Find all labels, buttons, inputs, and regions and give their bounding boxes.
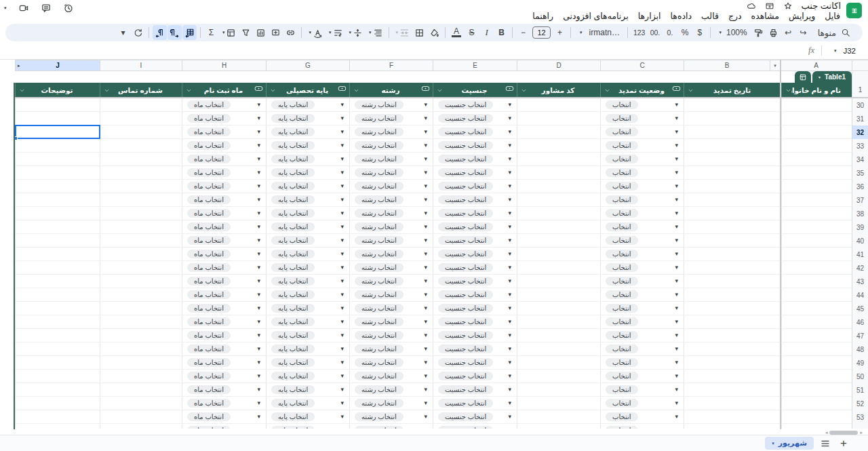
dropdown-chip[interactable]: انتخاب ماه (187, 114, 231, 123)
dropdown-chip[interactable]: انتخاب ماه (187, 141, 231, 150)
cell-F52[interactable]: انتخاب رشته▾ (349, 397, 433, 410)
cell-I43[interactable] (100, 275, 182, 288)
dropdown-chip[interactable]: انتخاب جنسیت (438, 358, 493, 367)
dropdown-caret-icon[interactable]: ▾ (675, 156, 678, 162)
cell-B47[interactable] (684, 329, 781, 342)
cell-F45[interactable]: انتخاب رشته▾ (349, 302, 433, 315)
menu-item-5[interactable]: داده‌ها (665, 10, 696, 22)
cell-E36[interactable]: انتخاب جنسیت▾ (433, 180, 517, 193)
dropdown-chip[interactable]: انتخاب جنسیت (438, 100, 493, 109)
frozen-column-divider[interactable] (780, 60, 781, 429)
dropdown-chip[interactable]: انتخاب رشته (355, 195, 403, 204)
header-menu-caret-icon[interactable] (521, 84, 527, 96)
dropdown-caret-icon[interactable]: ▾ (508, 102, 511, 108)
cell-D50[interactable] (517, 370, 600, 383)
cell-F33[interactable]: انتخاب رشته▾ (349, 139, 433, 153)
dropdown-chip[interactable]: انتخاب ماه (187, 168, 231, 177)
dropdown-caret-icon[interactable]: ▾ (257, 359, 260, 366)
dropdown-caret-icon[interactable]: ▾ (424, 400, 427, 406)
cell-I37[interactable] (100, 193, 182, 207)
dropdown-caret-icon[interactable]: ▾ (675, 224, 678, 230)
dropdown-chip[interactable]: انتخاب (606, 168, 638, 177)
dropdown-chip[interactable]: انتخاب ماه (187, 222, 231, 231)
insert-link-button[interactable] (283, 25, 298, 40)
font-size-input[interactable]: 12 (532, 26, 551, 39)
dropdown-chip[interactable]: انتخاب (606, 385, 638, 394)
dropdown-caret-icon[interactable]: ▾ (508, 400, 511, 406)
cell-J53[interactable] (15, 410, 100, 424)
cell-C34[interactable]: انتخاب▾ (600, 153, 684, 166)
dropdown-caret-icon[interactable]: ▾ (675, 264, 678, 271)
cell-B37[interactable] (684, 193, 781, 207)
row-number-40[interactable]: 40 (852, 234, 868, 248)
cell-G44[interactable]: انتخاب پایه▾ (266, 288, 349, 302)
cell-D36[interactable] (517, 180, 600, 193)
cell-F38[interactable]: انتخاب رشته▾ (349, 207, 433, 220)
cell-G40[interactable]: انتخاب پایه▾ (266, 234, 349, 248)
dropdown-chip[interactable]: انتخاب جنسیت (438, 277, 493, 286)
cell-J49[interactable] (15, 356, 100, 370)
dropdown-chip[interactable]: انتخاب جنسیت (438, 236, 493, 245)
dropdown-caret-icon[interactable]: ▾ (257, 102, 260, 108)
cell-I30[interactable] (100, 98, 182, 112)
cell-J36[interactable] (15, 180, 100, 193)
cell-C36[interactable]: انتخاب▾ (600, 180, 684, 193)
dropdown-chip[interactable]: انتخاب پایه (271, 304, 315, 313)
cell-J37[interactable] (15, 193, 100, 207)
star-icon[interactable] (783, 1, 793, 11)
cell-A47[interactable] (781, 329, 852, 342)
dropdown-caret-icon[interactable]: ▾ (424, 387, 427, 393)
cell-E49[interactable]: انتخاب جنسیت▾ (433, 356, 517, 370)
dropdown-caret-icon[interactable]: ▾ (340, 414, 344, 420)
cell-C52[interactable]: انتخاب▾ (600, 397, 684, 410)
dropdown-chip[interactable]: انتخاب جنسیت (438, 222, 493, 231)
column-header-D[interactable]: D (517, 60, 600, 71)
header-menu-caret-icon[interactable] (785, 84, 791, 96)
cell-D39[interactable] (517, 220, 600, 234)
dropdown-chip[interactable]: انتخاب رشته (355, 141, 403, 150)
cell-E45[interactable]: انتخاب جنسیت▾ (433, 302, 517, 315)
dropdown-caret-icon[interactable]: ▾ (257, 292, 260, 298)
cell-A41[interactable] (781, 248, 852, 261)
row-number-43[interactable]: 43 (852, 275, 868, 288)
dropdown-chip[interactable]: انتخاب جنسیت (438, 263, 493, 272)
cell-C48[interactable]: انتخاب▾ (600, 342, 684, 356)
cell-G34[interactable]: انتخاب پایه▾ (266, 153, 349, 166)
row-number-1[interactable]: 1 (852, 83, 868, 97)
cell-B46[interactable] (684, 315, 781, 329)
cell-B[interactable] (684, 424, 781, 429)
cell-J51[interactable] (15, 383, 100, 397)
dropdown-caret-icon[interactable]: ▾ (340, 142, 344, 149)
dropdown-chip[interactable]: انتخاب پایه (271, 331, 315, 340)
comments-icon[interactable] (41, 3, 52, 14)
dropdown-chip[interactable]: انتخاب ماه (187, 345, 231, 353)
cell-A32[interactable] (781, 125, 852, 139)
cell-E48[interactable]: انتخاب جنسیت▾ (433, 342, 517, 356)
dropdown-chip[interactable]: انتخاب رشته (355, 277, 403, 286)
row-number-34[interactable]: 34 (852, 153, 868, 166)
cell-E53[interactable]: انتخاب جنسیت▾ (433, 410, 517, 424)
dropdown-caret-icon[interactable]: ▾ (675, 210, 678, 216)
dropdown-caret-icon[interactable]: ▾ (424, 237, 427, 243)
percent-format-button[interactable]: % (677, 25, 692, 40)
dropdown-chip[interactable]: انتخاب ماه (187, 209, 231, 218)
cell-F42[interactable]: انتخاب رشته▾ (349, 261, 433, 275)
dropdown-caret-icon[interactable]: ▾ (508, 129, 511, 135)
dropdown-caret-icon[interactable]: ▾ (340, 197, 344, 203)
cell-D[interactable] (517, 424, 600, 429)
dropdown-caret-icon[interactable]: ▾ (675, 305, 678, 311)
dropdown-caret-icon[interactable]: ▾ (508, 156, 511, 162)
row-number-42[interactable]: 42 (852, 261, 868, 275)
cell-H36[interactable]: انتخاب ماه▾ (182, 180, 266, 193)
cell-A53[interactable] (781, 410, 852, 424)
cell-I38[interactable] (100, 207, 182, 220)
cell-C[interactable]: انتخاب▾ (600, 424, 684, 429)
cell-B52[interactable] (684, 397, 781, 410)
cell-J47[interactable] (15, 329, 100, 342)
cell-C46[interactable]: انتخاب▾ (600, 315, 684, 329)
dropdown-caret-icon[interactable]: ▾ (424, 142, 427, 149)
dropdown-chip[interactable]: انتخاب (606, 209, 638, 218)
dropdown-chip[interactable]: انتخاب جنسیت (438, 304, 493, 313)
cell-H[interactable]: انتخاب ماه▾ (182, 424, 266, 429)
cell-G47[interactable]: انتخاب پایه▾ (266, 329, 349, 342)
